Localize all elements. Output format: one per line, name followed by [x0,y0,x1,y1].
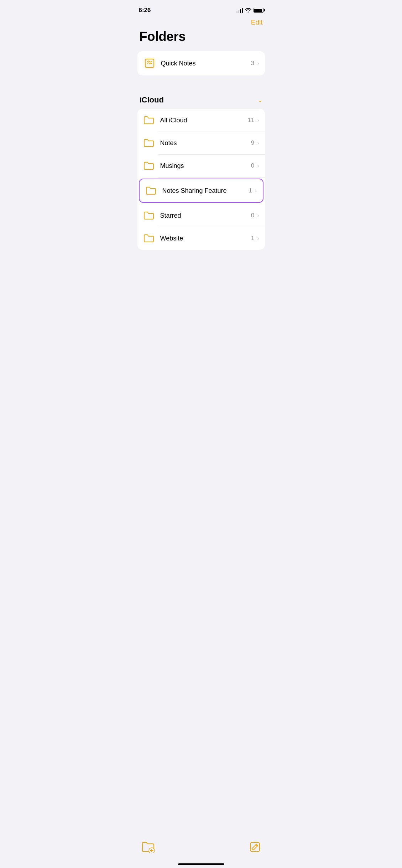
icloud-chevron-icon[interactable]: ⌄ [257,96,263,104]
icloud-section-title: iCloud [140,95,164,105]
wifi-icon [245,7,251,14]
folder-icon [143,137,155,149]
folder-row[interactable]: Notes Sharing Feature 1 › [139,179,263,203]
status-bar: 6:26 [132,0,271,18]
header-row: Edit [132,18,271,29]
edit-button[interactable]: Edit [251,18,263,26]
folder-row[interactable]: Notes 9 › [137,132,265,154]
folder-row[interactable]: Starred 0 › [137,204,265,227]
folder-row[interactable]: All iCloud 11 › [137,109,265,132]
folder-icon [143,210,155,221]
battery-icon [254,8,263,13]
folder-count: 11 [247,117,254,124]
quick-notes-card: Quick Notes 3 › [137,51,265,75]
folder-icon [143,233,155,244]
quick-notes-icon [143,57,156,70]
icloud-section-header: iCloud ⌄ [132,95,271,109]
signal-icon [236,8,243,13]
quick-notes-count: 3 [251,60,254,67]
folder-icon [143,115,155,126]
folder-count: 9 [251,139,254,147]
folder-chevron: › [255,187,257,194]
quick-notes-row[interactable]: Quick Notes 3 › [137,51,265,75]
folder-chevron: › [257,163,259,169]
folder-count: 1 [251,235,254,242]
page-title: Folders [132,29,271,51]
folder-chevron: › [257,212,259,219]
folder-label: Musings [160,162,251,170]
folder-chevron: › [257,235,259,242]
folder-label: All iCloud [160,117,248,124]
folder-label: Notes [160,139,251,147]
folder-count: 1 [249,187,252,194]
folder-label: Starred [160,212,251,219]
folders-card: All iCloud 11 › Notes 9 › Musings 0 › No… [137,109,265,250]
folder-count: 0 [251,212,254,219]
folder-chevron: › [257,140,259,146]
folder-icon [145,185,157,196]
folder-label: Notes Sharing Feature [162,187,249,195]
status-time: 6:26 [139,7,151,14]
status-icons [236,7,263,14]
folder-chevron: › [257,117,259,123]
folder-icon [143,160,155,171]
folder-count: 0 [251,162,254,169]
folder-label: Website [160,235,251,242]
quick-notes-label: Quick Notes [161,60,251,67]
folder-row[interactable]: Website 1 › [137,227,265,250]
quick-notes-chevron: › [257,60,259,67]
folder-row[interactable]: Musings 0 › [137,154,265,177]
